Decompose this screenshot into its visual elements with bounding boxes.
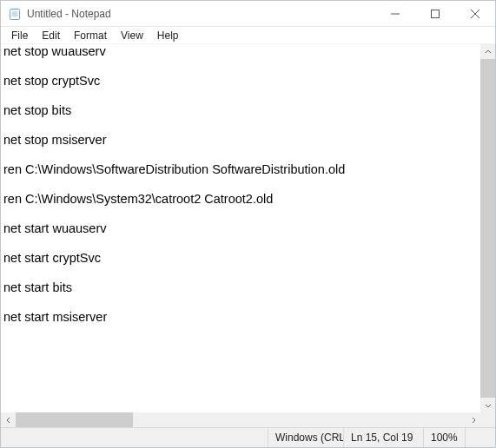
menu-help[interactable]: Help	[150, 29, 186, 43]
chevron-left-icon	[5, 417, 12, 424]
status-zoom: 100%	[423, 428, 465, 447]
window-title: Untitled - Notepad	[27, 8, 111, 20]
menu-file[interactable]: File	[4, 29, 35, 43]
vscroll-track[interactable]	[480, 59, 495, 398]
client-area: net stop wuauserv net stop cryptSvc net …	[1, 44, 495, 427]
titlebar[interactable]: Untitled - Notepad	[1, 1, 495, 27]
menubar: File Edit Format View Help	[1, 27, 495, 44]
chevron-up-icon	[485, 49, 492, 56]
svg-point-4	[11, 8, 13, 10]
chevron-down-icon	[485, 402, 492, 409]
menu-edit[interactable]: Edit	[35, 29, 67, 43]
svg-point-6	[17, 8, 18, 10]
svg-rect-7	[432, 10, 440, 17]
minimize-button[interactable]	[375, 1, 415, 27]
hscroll-track[interactable]	[16, 412, 466, 427]
status-cursor-pos: Ln 15, Col 19	[343, 428, 423, 447]
scroll-down-button[interactable]	[480, 398, 495, 412]
scroll-left-button[interactable]	[1, 412, 16, 427]
close-icon	[471, 10, 479, 18]
vertical-scrollbar[interactable]	[480, 44, 495, 412]
chevron-right-icon	[470, 417, 477, 424]
status-line-ending: Windows (CRLF	[268, 428, 343, 447]
status-empty	[1, 428, 268, 447]
hscroll-thumb[interactable]	[16, 412, 133, 427]
menu-view[interactable]: View	[114, 29, 150, 43]
notepad-window: Untitled - Notepad File Edit Format View…	[0, 0, 496, 448]
status-rest	[465, 428, 495, 447]
text-editor[interactable]: net stop wuauserv net stop cryptSvc net …	[1, 44, 480, 412]
scroll-up-button[interactable]	[480, 44, 495, 59]
close-button[interactable]	[455, 1, 495, 27]
maximize-icon	[431, 10, 440, 18]
scroll-right-button[interactable]	[466, 412, 480, 427]
maximize-button[interactable]	[415, 1, 455, 27]
minimize-icon	[391, 10, 400, 18]
horizontal-scrollbar[interactable]	[1, 412, 480, 427]
svg-point-5	[14, 8, 16, 10]
statusbar: Windows (CRLF Ln 15, Col 19 100%	[1, 427, 495, 447]
menu-format[interactable]: Format	[67, 29, 114, 43]
vscroll-thumb[interactable]	[480, 59, 495, 398]
scroll-corner	[480, 412, 495, 427]
notepad-icon	[8, 7, 22, 21]
